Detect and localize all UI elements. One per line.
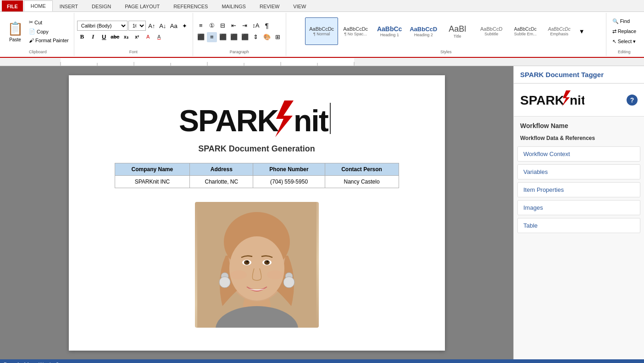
bold-button[interactable]: B (77, 32, 87, 42)
status-bar: Page 1 of 1 Words: 8 (0, 359, 644, 363)
document-area[interactable]: SPARK nit SPARK Document Generation Comp… (0, 66, 513, 359)
svg-point-31 (230, 270, 247, 279)
sort-button[interactable]: ↕A (251, 21, 261, 31)
select-button[interactable]: ↖ Select ▾ (609, 37, 639, 46)
document-title: SPARK Document Generation (198, 144, 315, 154)
font-row1: Calibri (Body) 16 891011 12141618 A↑ A↓ … (77, 21, 190, 31)
underline-button[interactable]: U (99, 32, 109, 42)
tab-home[interactable]: HOME (24, 0, 53, 11)
style-no-spacing[interactable]: AaBbCcDc ¶ No Spac... (339, 17, 372, 45)
grow-font-button[interactable]: A↑ (147, 21, 157, 31)
subscript-button[interactable]: x₂ (121, 32, 131, 42)
panel-item-variables[interactable]: Variables (517, 164, 640, 179)
svg-point-32 (267, 270, 283, 279)
svg-text:nit: nit (294, 104, 329, 138)
svg-point-25 (246, 261, 248, 262)
border-button[interactable]: ⊞ (273, 32, 283, 42)
panel-item-images[interactable]: Images (517, 200, 640, 215)
style-subtle-em[interactable]: AaBbCcDc Subtle Em... (509, 17, 542, 45)
numbered-list-button[interactable]: ① (207, 21, 217, 31)
increase-indent-button[interactable]: ⇥ (240, 21, 250, 31)
align-left-button[interactable]: ⬛ (196, 32, 206, 42)
multilevel-list-button[interactable]: ⊟ (218, 21, 228, 31)
panel-logo-area: SPARK nit ? (514, 84, 644, 117)
panel-item-workflow-context[interactable]: Workflow Context (517, 146, 640, 162)
ribbon: 📋 Paste ✂ Cut 📄 Copy 🖌 Format Painter Cl… (0, 12, 644, 58)
tab-view[interactable]: VIEW (286, 0, 313, 11)
clipboard-group: 📋 Paste ✂ Cut 📄 Copy 🖌 Format Painter Cl… (2, 13, 74, 56)
style-title[interactable]: AaBl Title (441, 17, 474, 45)
justify-button[interactable]: ⬛ (229, 32, 239, 42)
superscript-button[interactable]: x² (132, 32, 142, 42)
tab-design[interactable]: DESIGN (85, 0, 118, 11)
tab-page-layout[interactable]: PAGE LAYOUT (118, 0, 167, 11)
font-name-select[interactable]: Calibri (Body) (77, 21, 128, 31)
styles-scroll-down[interactable]: ▼ (577, 26, 587, 36)
cell-company: SPARKnit INC (115, 176, 190, 188)
font-case-button[interactable]: Aa (169, 21, 179, 31)
font-size-select[interactable]: 16 891011 12141618 (128, 21, 146, 31)
font-content: Calibri (Body) 16 891011 12141618 A↑ A↓ … (77, 14, 190, 49)
logo-container: SPARK nit (179, 98, 335, 140)
cell-contact: Nancy Castelo (325, 176, 399, 188)
text-highlight-button[interactable]: A (143, 32, 153, 42)
show-formatting-button[interactable]: ¶ (262, 21, 272, 31)
panel-item-table[interactable]: Table (517, 218, 640, 233)
style-heading2[interactable]: AaBbCcD Heading 2 (407, 17, 440, 45)
col-company: Company Name (115, 163, 190, 176)
italic-button[interactable]: I (88, 32, 98, 42)
font-row2: B I U abc x₂ x² A A (77, 32, 190, 42)
tab-review[interactable]: REVIEW (253, 0, 286, 11)
paragraph-content: ≡ ① ⊟ ⇤ ⇥ ↕A ¶ ⬛ ≡ ⬛ ⬛ ⬛ ⇕ 🎨 ⊞ (196, 14, 283, 49)
svg-text:SPARK: SPARK (179, 104, 279, 138)
style-emphasis[interactable]: AaBbCcDc Emphasis (543, 17, 576, 45)
col-contact: Contact Person (325, 163, 399, 176)
replace-icon: ⇄ (612, 28, 616, 34)
align-right-button[interactable]: ⬛ (218, 32, 228, 42)
clipboard-actions: ✂ Cut 📄 Copy 🖌 Format Painter (27, 18, 71, 45)
paste-label: Paste (9, 37, 21, 42)
font-label: Font (77, 49, 190, 55)
col-phone: Phone Number (253, 163, 325, 176)
panel-logo: SPARK nit (520, 90, 584, 110)
right-panel: SPARK Document Tagger SPARK nit ? Workfl… (513, 66, 644, 359)
tab-file[interactable]: FILE (2, 0, 23, 11)
svg-point-29 (219, 277, 230, 288)
workflow-data-title: Workflow Data & References (514, 133, 644, 145)
font-controls: Calibri (Body) 16 891011 12141618 A↑ A↓ … (77, 21, 190, 42)
clear-format-button[interactable]: ✦ (180, 21, 190, 31)
paste-button[interactable]: 📋 Paste (5, 18, 26, 45)
table-row: SPARKnit INC Charlotte, NC (704) 559-595… (115, 176, 399, 188)
shading-button[interactable]: 🎨 (262, 32, 272, 42)
font-color-button[interactable]: A (154, 32, 164, 42)
style-normal[interactable]: AaBbCcDc ¶ Normal (305, 17, 338, 45)
sparknit-logo: SPARK nit (179, 98, 335, 140)
replace-button[interactable]: ⇄ Replace (609, 27, 639, 36)
style-subtitle[interactable]: AaBbCcD Subtitle (475, 17, 508, 45)
shrink-font-button[interactable]: A↓ (158, 21, 168, 31)
document-page: SPARK nit SPARK Document Generation Comp… (69, 75, 445, 351)
decrease-indent-button[interactable]: ⇤ (229, 21, 239, 31)
copy-button[interactable]: 📄 Copy (27, 27, 71, 36)
panel-item-item-properties[interactable]: Item Properties (517, 182, 640, 197)
ruler (0, 58, 644, 66)
help-button[interactable]: ? (627, 95, 638, 106)
tab-insert[interactable]: INSERT (53, 0, 85, 11)
format-painter-button[interactable]: 🖌 Format Painter (27, 36, 71, 45)
bullet-list-button[interactable]: ≡ (196, 21, 206, 31)
tab-mailings[interactable]: MAILINGS (215, 0, 253, 11)
woman-portrait-svg (197, 202, 316, 328)
line-spacing-button[interactable]: ⇕ (251, 32, 261, 42)
scissors-icon: ✂ (29, 19, 33, 25)
cursor-icon: ↖ (612, 39, 616, 45)
find-button[interactable]: 🔍 Find (609, 17, 639, 26)
document-table: Company Name Address Phone Number Contac… (115, 163, 399, 188)
copy-icon: 📄 (29, 28, 35, 34)
column-button[interactable]: ⬛ (240, 32, 250, 42)
tab-references[interactable]: REFERENCES (167, 0, 215, 11)
cut-button[interactable]: ✂ Cut (27, 18, 71, 27)
strikethrough-button[interactable]: abc (110, 32, 120, 42)
style-heading1[interactable]: AaBbCc Heading 1 (373, 17, 406, 45)
align-center-button[interactable]: ≡ (207, 32, 217, 42)
styles-label: Styles (289, 49, 603, 55)
